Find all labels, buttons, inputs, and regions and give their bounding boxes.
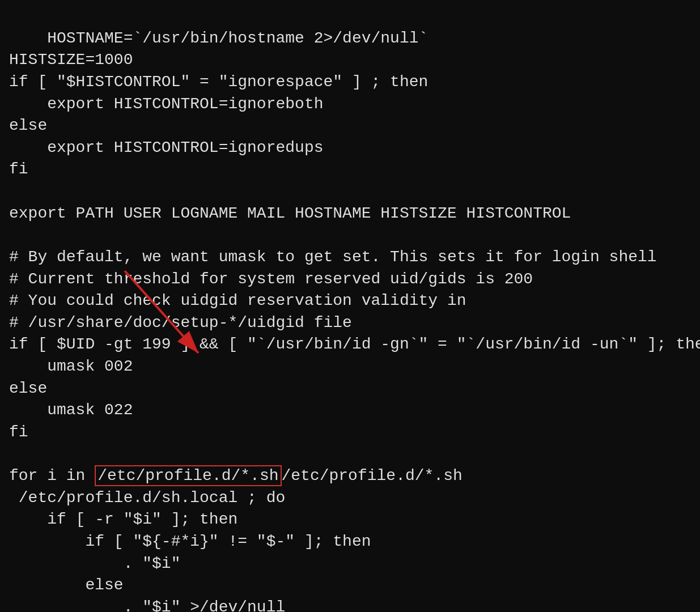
line-else-1: else xyxy=(9,117,47,134)
line-comment-4: # /usr/share/doc/setup-*/uidgid file xyxy=(9,314,352,332)
line-for-pre: for i in xyxy=(9,467,95,484)
line-export-ignoreboth: export HISTCONTROL=ignoreboth xyxy=(9,95,324,113)
line-if-histcontrol: if [ "$HISTCONTROL" = "ignorespace" ] ; … xyxy=(9,73,428,91)
line-if-r: /etc/profile.d/sh.local ; do xyxy=(9,489,285,507)
line-fi-2: fi xyxy=(9,423,28,441)
line-if-hash: if [ -r "$i" ]; then xyxy=(9,511,237,528)
line-fi-1: fi xyxy=(9,160,28,178)
line-dot-i: if [ "${-#*i}" != "$-" ]; then xyxy=(9,533,371,550)
line-else-3: . "$i" xyxy=(9,555,180,572)
line-export-ignoredups: export HISTCONTROL=ignoredups xyxy=(9,139,324,156)
terminal-window: HOSTNAME=`/usr/bin/hostname 2>/dev/null`… xyxy=(0,0,700,612)
line-if-uid: if [ $UID -gt 199 ] && [ "`/usr/bin/id -… xyxy=(9,335,700,353)
line-comment-3: # You could check uidgid reservation val… xyxy=(9,292,466,309)
line-umask-022: umask 022 xyxy=(9,401,133,419)
line-comment-2: # Current threshold for system reserved … xyxy=(9,270,533,288)
line-for-post: /etc/profile.d/*.sh xyxy=(282,467,463,484)
line-histsize: HISTSIZE=1000 xyxy=(9,51,133,69)
line-hostname: HOSTNAME=`/usr/bin/hostname 2>/dev/null` xyxy=(47,29,428,47)
line-dot-i-null: else xyxy=(9,576,124,594)
code-content: HOSTNAME=`/usr/bin/hostname 2>/dev/null`… xyxy=(9,6,691,612)
highlighted-path: /etc/profile.d/*.sh xyxy=(95,465,281,486)
line-else-2: else xyxy=(9,380,47,397)
line-comment-1: # By default, we want umask to get set. … xyxy=(9,248,657,266)
line-umask-002: umask 002 xyxy=(9,358,133,375)
line-fi-3: . "$i" >/dev/null xyxy=(9,598,285,612)
line-export-path: export PATH USER LOGNAME MAIL HOSTNAME H… xyxy=(9,205,571,222)
